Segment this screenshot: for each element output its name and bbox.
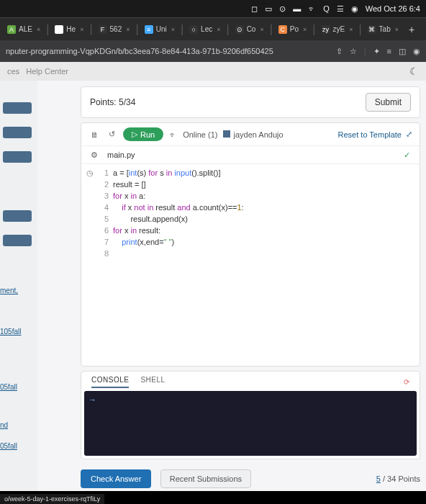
wifi-icon: ᯤ <box>308 4 316 13</box>
sidebar-label-3[interactable]: nd <box>0 421 37 429</box>
code-line[interactable]: result = [] <box>113 179 420 190</box>
theme-toggle-icon[interactable]: ☾ <box>409 66 419 77</box>
code-line[interactable]: for x in result: <box>113 225 420 236</box>
tab-close-icon[interactable]: × <box>349 26 353 33</box>
new-file-icon[interactable]: 🗎 <box>89 129 100 140</box>
code-line[interactable] <box>113 248 420 259</box>
browser-tab-1[interactable]: GHe× <box>50 22 88 37</box>
code-line[interactable]: print(x,end=" ") <box>113 236 420 248</box>
tab-close-icon[interactable]: × <box>126 26 130 33</box>
tab-label: ALE <box>19 25 32 33</box>
status-bar-link[interactable]: o/week-5-day-1-exercises-rqTfiLy <box>0 494 104 504</box>
code-line[interactable]: for x in a: <box>113 190 420 202</box>
sidebar-label-2[interactable]: 05fall <box>0 383 37 391</box>
console-tab[interactable]: CONSOLE <box>91 376 129 388</box>
control-center-icon[interactable]: ☰ <box>337 4 344 14</box>
clock-gutter-icon[interactable]: ◷ <box>86 168 94 178</box>
refresh-console-icon[interactable]: ⟳ <box>404 378 409 386</box>
history-icon[interactable]: ↺ <box>106 129 117 140</box>
breadcrumb-ces[interactable]: ces <box>7 67 19 76</box>
cloud-icon: ◻ <box>251 4 258 14</box>
url-text[interactable]: nputer-programming-VqpKDGn/b/bc3eea76-8e… <box>6 47 330 55</box>
display-icon: ▭ <box>265 4 272 14</box>
tab-close-icon[interactable]: × <box>37 26 40 33</box>
check-answer-button[interactable]: Check Answer <box>81 469 151 488</box>
filename-label: main.py <box>107 150 135 159</box>
code-line[interactable]: result.append(x) <box>113 213 420 225</box>
code-line[interactable]: if x not in result and a.count(x)==1: <box>113 202 420 213</box>
reading-list-icon[interactable]: ≡ <box>387 47 391 55</box>
sidebar-label-1[interactable]: 105fall <box>0 328 37 336</box>
tab-label: Co <box>247 25 256 33</box>
reset-template-link[interactable]: Reset to Template <box>338 130 402 139</box>
browser-tab-5[interactable]: ⊙Co× <box>231 22 268 37</box>
sidebar-pill-3[interactable] <box>3 151 32 163</box>
sync-icon[interactable]: ✓ <box>401 149 412 161</box>
score-display: 5 / 34 Points <box>376 474 420 483</box>
code-editor[interactable]: ◷ 12345678 a = [int(s) for s in input().… <box>81 164 420 366</box>
tab-label: Lec <box>201 25 212 33</box>
record-icon: ⊙ <box>279 4 286 14</box>
wifi-online-icon: ᯤ <box>169 130 177 139</box>
sidebar-pill-2[interactable] <box>3 127 32 138</box>
tab-label: Po <box>290 25 299 33</box>
tab-favicon-2: F <box>99 25 107 34</box>
line-number: 4 <box>99 202 109 213</box>
line-number: 7 <box>99 236 109 248</box>
browser-tab-3[interactable]: ≡Uni× <box>140 22 179 37</box>
sidebar-pill-5[interactable] <box>3 235 32 246</box>
browser-tab-6[interactable]: CPo× <box>274 22 312 37</box>
sidebar-label-0[interactable]: ment, <box>0 287 37 294</box>
online-count: Online (1) <box>183 130 217 139</box>
code-line[interactable]: a = [int(s) for s in input().split()] <box>113 167 420 179</box>
sidepanel-icon[interactable]: ◫ <box>399 47 406 56</box>
browser-tab-7[interactable]: zyzyE× <box>317 22 358 37</box>
settings-gear-icon[interactable]: ⚙ <box>89 149 100 161</box>
expand-icon[interactable]: ⤢ <box>406 130 412 139</box>
user-color-square <box>223 130 230 138</box>
browser-tab-8[interactable]: ⌘Tab× <box>363 22 403 37</box>
tab-close-icon[interactable]: × <box>217 26 220 33</box>
tab-favicon-7: zy <box>322 25 330 34</box>
browser-tab-0[interactable]: AALE× <box>3 22 45 37</box>
points-label: Points: 5/34 <box>90 97 135 107</box>
tab-label: zyE <box>333 25 345 33</box>
star-icon[interactable]: ☆ <box>350 47 357 56</box>
recent-submissions-button[interactable]: Recent Submissions <box>160 469 251 488</box>
sidebar-pill-4[interactable] <box>3 210 32 222</box>
menubar: ◻ ▭ ⊙ ▬ ᯤ Q ☰ ◉ Wed Oct 26 6:4 <box>0 0 426 17</box>
search-icon[interactable]: Q <box>323 4 330 13</box>
tab-close-icon[interactable]: × <box>395 26 399 33</box>
tab-close-icon[interactable]: × <box>171 26 175 33</box>
extensions-icon[interactable]: ✦ <box>373 47 380 56</box>
new-tab-button[interactable]: + <box>404 24 419 35</box>
tab-favicon-1: G <box>55 25 63 34</box>
line-number: 8 <box>99 248 109 259</box>
run-button[interactable]: ▷ Run <box>123 127 163 141</box>
console-output[interactable]: → <box>84 391 417 456</box>
sidebar-pill-1[interactable] <box>3 102 32 114</box>
online-user: jayden Andujo <box>233 130 283 139</box>
tab-favicon-3: ≡ <box>145 25 153 34</box>
siri-icon[interactable]: ◉ <box>351 4 358 14</box>
tab-close-icon[interactable]: × <box>260 26 263 33</box>
breadcrumb-bar: ces Help Center ☾ <box>0 62 426 81</box>
browser-tabs: AALE×|GHe×|F562×|≡Uni×|○Lec×|⊙Co×|CPo×|z… <box>0 17 426 40</box>
breadcrumb-help-center[interactable]: Help Center <box>26 67 68 76</box>
tab-close-icon[interactable]: × <box>80 26 83 33</box>
sidebar-label-4[interactable]: 05fall <box>0 442 37 450</box>
profile-icon[interactable]: ◉ <box>413 47 420 56</box>
tab-favicon-5: ⊙ <box>235 25 244 34</box>
tab-label: Tab <box>379 25 391 33</box>
submit-button[interactable]: Submit <box>366 93 411 112</box>
tab-favicon-8: ⌘ <box>368 25 376 34</box>
menubar-datetime[interactable]: Wed Oct 26 6:4 <box>366 4 420 13</box>
battery-icon: ▬ <box>293 4 301 13</box>
browser-tab-4[interactable]: ○Lec× <box>185 22 225 37</box>
tab-close-icon[interactable]: × <box>303 26 307 33</box>
bottom-action-row: Check Answer Recent Submissions 5 / 34 P… <box>81 464 420 491</box>
tab-favicon-0: A <box>7 25 16 34</box>
browser-tab-2[interactable]: F562× <box>94 22 135 37</box>
shell-tab[interactable]: SHELL <box>140 376 165 388</box>
share-icon[interactable]: ⇧ <box>336 47 343 56</box>
